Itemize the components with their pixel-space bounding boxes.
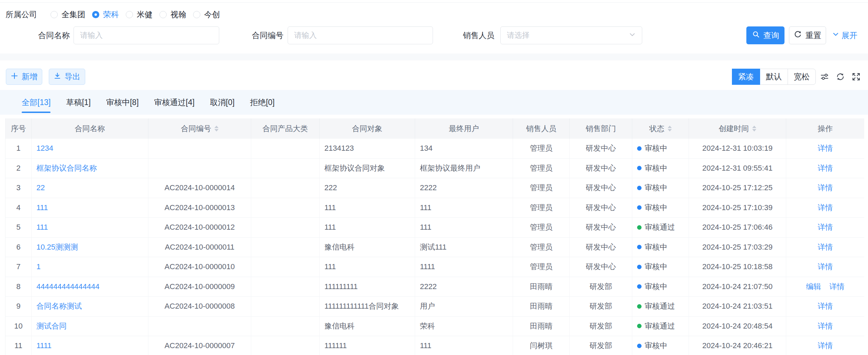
status-label: 审核中 bbox=[645, 262, 667, 272]
status-tab[interactable]: 取消[0] bbox=[210, 90, 235, 115]
query-button[interactable]: 查询 bbox=[746, 26, 784, 44]
contract-name-link[interactable]: 10.25测测测 bbox=[36, 242, 78, 252]
contract-name-cell: 1111 bbox=[32, 336, 148, 355]
product-category-cell bbox=[251, 277, 320, 297]
action-link[interactable]: 编辑 bbox=[806, 282, 821, 292]
sort-control[interactable] bbox=[668, 126, 672, 131]
column-header-label: 创建时间 bbox=[719, 124, 749, 134]
action-link[interactable]: 详情 bbox=[818, 262, 833, 272]
contract-name-input[interactable] bbox=[74, 26, 219, 44]
company-radio-option[interactable]: 今创 bbox=[193, 9, 220, 20]
status-dot-icon bbox=[637, 205, 642, 210]
contract-name-cell: 10.25测测测 bbox=[32, 238, 148, 257]
company-radio-group: 全集团 荣科 米健 视翰 今创 bbox=[51, 9, 227, 20]
status-tab[interactable]: 审核通过[4] bbox=[154, 90, 195, 115]
action-link[interactable]: 详情 bbox=[818, 222, 833, 232]
product-category-cell bbox=[251, 178, 320, 198]
sort-control[interactable] bbox=[214, 126, 219, 131]
contract-name-link[interactable]: 框架协议合同名称 bbox=[36, 163, 97, 173]
status-cell: 审核中 bbox=[632, 277, 689, 297]
sales-person-select[interactable]: 请选择 bbox=[500, 26, 642, 44]
contract-name-cell: 1234 bbox=[32, 139, 148, 159]
row-actions: 详情 bbox=[786, 238, 864, 257]
sort-control[interactable] bbox=[752, 126, 756, 131]
radio-icon bbox=[51, 11, 58, 18]
contract-name-link[interactable]: 111 bbox=[36, 223, 48, 232]
sales-person-cell: 管理员 bbox=[513, 198, 570, 218]
contract-name-link[interactable]: 111 bbox=[36, 203, 48, 212]
contract-name-link[interactable]: 合同名称测试 bbox=[36, 301, 82, 311]
contract-name-link[interactable]: 22 bbox=[36, 183, 45, 192]
company-radio-option[interactable]: 米健 bbox=[126, 9, 153, 20]
row-actions: 详情 bbox=[786, 297, 864, 317]
density-option[interactable]: 默认 bbox=[760, 69, 788, 85]
contract-target-cell: 111 bbox=[320, 198, 415, 218]
table-row: 8 444444444444444 AC2024-10-0000009 1111… bbox=[5, 277, 864, 297]
column-header-label: 合同产品大类 bbox=[263, 124, 308, 134]
company-radio-option[interactable]: 荣科 bbox=[92, 9, 119, 20]
end-user-cell: 测试111 bbox=[415, 238, 513, 257]
reset-button[interactable]: 重置 bbox=[789, 26, 826, 44]
contract-name-cell: 111 bbox=[32, 198, 148, 218]
density-option[interactable]: 紧凑 bbox=[732, 69, 760, 85]
row-actions: 详情 bbox=[786, 218, 864, 238]
contract-name-link[interactable]: 1 bbox=[36, 262, 41, 271]
table-row: 3 22 AC2024-10-0000014 222 2222 管理员 研发中心… bbox=[5, 178, 864, 198]
created-time-cell: 2024-10-25 17:06:46 bbox=[689, 218, 786, 238]
action-link[interactable]: 详情 bbox=[818, 301, 833, 311]
contract-name-link[interactable]: 1111 bbox=[36, 341, 52, 350]
contract-code-input[interactable] bbox=[288, 26, 433, 44]
end-user-cell: 111 bbox=[415, 336, 513, 355]
chevron-down-icon bbox=[628, 31, 636, 40]
action-link[interactable]: 详情 bbox=[830, 282, 845, 292]
action-link[interactable]: 详情 bbox=[818, 341, 833, 351]
contract-code-cell bbox=[148, 159, 251, 179]
fullscreen-icon[interactable] bbox=[852, 72, 861, 81]
contract-name-link[interactable]: 测试合同 bbox=[36, 321, 67, 331]
column-header: 销售人员 bbox=[513, 118, 570, 139]
action-link[interactable]: 详情 bbox=[818, 321, 833, 331]
status-cell: 审核中 bbox=[632, 159, 689, 179]
product-category-cell bbox=[251, 336, 320, 355]
column-settings-icon[interactable] bbox=[820, 72, 829, 81]
contract-name-label: 合同名称 bbox=[34, 26, 70, 44]
column-header-label: 操作 bbox=[818, 124, 833, 134]
action-link[interactable]: 详情 bbox=[818, 143, 833, 153]
column-header: 合同对象 bbox=[320, 118, 415, 139]
action-link[interactable]: 详情 bbox=[818, 183, 833, 193]
company-radio-option[interactable]: 视翰 bbox=[159, 9, 186, 20]
action-link[interactable]: 详情 bbox=[818, 203, 833, 213]
status-tab[interactable]: 全部[13] bbox=[22, 90, 51, 115]
status-tab[interactable]: 审核中[8] bbox=[106, 90, 139, 115]
contract-name-link[interactable]: 444444444444444 bbox=[36, 282, 100, 291]
add-button-label: 新增 bbox=[22, 71, 37, 82]
status-dot-icon bbox=[637, 166, 642, 170]
contract-name-cell: 22 bbox=[32, 178, 148, 198]
status-label: 审核中 bbox=[645, 203, 667, 213]
company-radio-option[interactable]: 全集团 bbox=[51, 9, 85, 20]
row-index: 7 bbox=[5, 257, 32, 277]
sales-dept-cell: 研发部 bbox=[570, 317, 632, 336]
action-link[interactable]: 详情 bbox=[818, 163, 833, 173]
created-time-cell: 2024-10-24 20:48:54 bbox=[689, 317, 786, 336]
radio-label: 米健 bbox=[137, 9, 153, 20]
contract-target-cell: 222 bbox=[320, 178, 415, 198]
add-button[interactable]: 新增 bbox=[6, 69, 42, 85]
end-user-cell: 111 bbox=[415, 198, 513, 218]
density-option[interactable]: 宽松 bbox=[788, 69, 816, 85]
sales-dept-cell: 研发部 bbox=[570, 336, 632, 355]
status-tab[interactable]: 草稿[1] bbox=[66, 90, 91, 115]
export-button[interactable]: 导出 bbox=[49, 69, 85, 85]
status-cell: 审核中 bbox=[632, 139, 689, 159]
action-link[interactable]: 详情 bbox=[818, 242, 833, 252]
contract-target-cell: 豫信电科 bbox=[320, 317, 415, 336]
row-index: 4 bbox=[5, 198, 32, 218]
contract-name-link[interactable]: 1234 bbox=[36, 144, 53, 153]
expand-filters-link[interactable]: 展开 bbox=[832, 26, 857, 44]
status-tab[interactable]: 拒绝[0] bbox=[250, 90, 275, 115]
radio-icon bbox=[159, 11, 167, 18]
table-row: 4 111 AC2024-10-0000013 111 111 管理员 研发中心… bbox=[5, 198, 864, 218]
row-index: 5 bbox=[5, 218, 32, 238]
created-time-cell: 2024-10-24 21:03:51 bbox=[689, 297, 786, 317]
refresh-icon[interactable] bbox=[836, 72, 845, 81]
